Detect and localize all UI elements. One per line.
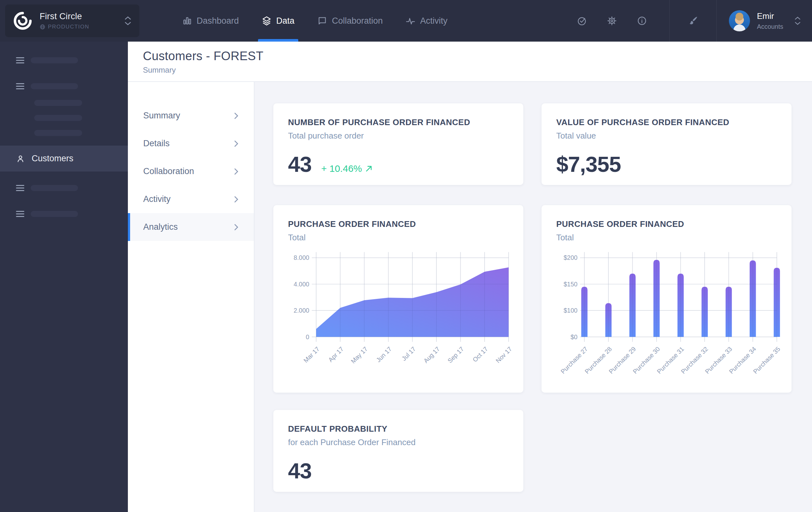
first-circle-logo-icon: [13, 11, 32, 30]
sidebar-item-skeleton[interactable]: [16, 83, 78, 89]
y-axis-tick-label: 0: [306, 333, 310, 341]
subnav-label: Summary: [143, 111, 180, 120]
user-name: Emir: [757, 11, 783, 21]
tab-label: Collaboration: [332, 16, 383, 26]
pulse-icon: [406, 16, 415, 26]
info-icon[interactable]: [637, 16, 647, 26]
user-menu-chevrons: [795, 17, 801, 25]
skeleton-pill: [31, 83, 78, 89]
gear-icon[interactable]: [607, 16, 617, 26]
x-axis-tick-label: Jun 17: [375, 345, 393, 363]
tab-label: Data: [276, 16, 294, 26]
page-title: Customers - FOREST: [143, 49, 812, 63]
arrow-up-right-icon: [365, 165, 373, 172]
sidebar-item-skeleton[interactable]: [16, 211, 78, 217]
chevron-up-icon: [795, 17, 801, 20]
card-title: NUMBER OF PURCHASE ORDER FINANCED: [288, 117, 509, 127]
subnav-label: Activity: [143, 194, 171, 204]
sidebar: Customers: [0, 42, 128, 512]
card-title: VALUE OF PURCHASE ORDER FINANCED: [556, 117, 777, 127]
check-circle-icon[interactable]: [577, 16, 587, 26]
user-menu[interactable]: Emir Accounts: [717, 10, 812, 31]
x-axis-tick-label: Oct 17: [471, 345, 489, 363]
top-bar: First Circle PRODUCTION Dashboard: [0, 0, 812, 42]
skeleton-pill: [31, 57, 78, 63]
area-chart-card: PURCHASE ORDER FINANCED Total 02.0004.00…: [273, 205, 523, 393]
subnav-label: Collaboration: [143, 166, 194, 176]
card-subtitle: Total: [288, 233, 509, 243]
bar-chart-card: PURCHASE ORDER FINANCED Total $0$100$150…: [542, 205, 791, 393]
brush-icon[interactable]: [688, 16, 698, 26]
layers-icon: [262, 16, 271, 26]
org-name: First Circle: [40, 11, 89, 22]
y-axis-tick-label: 2.000: [294, 307, 310, 314]
page-header: Customers - FOREST Summary: [128, 42, 812, 82]
card-subtitle: Total: [556, 233, 777, 243]
page-subtitle: Summary: [143, 65, 812, 75]
chevron-down-icon: [795, 22, 801, 25]
x-axis-tick-label: Mar 17: [302, 345, 321, 364]
skeleton-pill: [31, 211, 78, 217]
y-axis-tick-label: $150: [563, 281, 578, 288]
org-switcher-chevrons[interactable]: [125, 16, 131, 25]
tab-label: Dashboard: [197, 16, 239, 26]
subnav-label: Analytics: [143, 222, 178, 232]
x-axis-tick-label: Aug 17: [422, 345, 441, 364]
subnav-label: Details: [143, 139, 170, 149]
kpi-value: $7,355: [556, 152, 621, 177]
card-subtitle: Total purchase order: [288, 131, 509, 141]
subnav-item-details[interactable]: Details: [128, 130, 254, 157]
area-chart: 02.0004.0008.000Mar 17Apr 17May 17Jun 17…: [288, 250, 509, 373]
person-icon: [16, 154, 25, 163]
y-axis-tick-label: $0: [571, 333, 578, 341]
sidebar-item-skeleton[interactable]: [16, 185, 78, 191]
y-axis-tick-label: $100: [563, 307, 578, 314]
top-nav: Dashboard Data Collaboration Activity: [171, 0, 459, 42]
chevron-right-icon: [234, 196, 238, 203]
x-axis-tick-label: May 17: [349, 345, 369, 365]
subnav-item-analytics[interactable]: Analytics: [128, 213, 254, 241]
sidebar-item-customers[interactable]: Customers: [0, 145, 128, 171]
user-avatar: [729, 10, 750, 31]
org-switcher[interactable]: First Circle PRODUCTION: [5, 4, 139, 37]
card-title: PURCHASE ORDER FINANCED: [288, 219, 509, 229]
chevron-right-icon: [234, 140, 238, 147]
section-nav: Summary Details Collaboration Activity: [128, 82, 255, 512]
chevron-up-icon: [125, 16, 131, 20]
menu-icon: [16, 83, 24, 89]
kpi-delta: + 10.46%: [321, 163, 362, 174]
card-title: DEFAULT PROBABILITY: [288, 424, 509, 434]
app-window: First Circle PRODUCTION Dashboard: [0, 0, 812, 512]
org-environment: PRODUCTION: [48, 24, 89, 30]
skeleton-pill: [31, 185, 78, 191]
y-axis-tick-label: $200: [563, 254, 578, 261]
skeleton-subitem[interactable]: [34, 115, 82, 121]
analytics-content: NUMBER OF PURCHASE ORDER FINANCED Total …: [255, 82, 812, 512]
subnav-item-collaboration[interactable]: Collaboration: [128, 157, 254, 185]
kpi-card-po-count: NUMBER OF PURCHASE ORDER FINANCED Total …: [273, 103, 523, 185]
card-subtitle: for each Purchase Order Financed: [288, 437, 509, 447]
subnav-item-activity[interactable]: Activity: [128, 185, 254, 213]
sidebar-item-skeleton[interactable]: [16, 57, 78, 63]
tab-dashboard[interactable]: Dashboard: [171, 0, 250, 42]
chevron-right-icon: [234, 224, 238, 231]
user-role: Accounts: [757, 23, 783, 30]
menu-icon: [16, 57, 24, 63]
tab-label: Activity: [420, 16, 447, 26]
chevron-down-icon: [125, 22, 131, 25]
bar-chart: $0$100$150$200Purchase 27Purchase 28Purc…: [556, 250, 777, 373]
x-axis-tick-label: Apr 17: [327, 345, 345, 363]
tab-collaboration[interactable]: Collaboration: [306, 0, 394, 42]
kpi-card-default-probability: DEFAULT PROBABILITY for each Purchase Or…: [273, 410, 523, 492]
chevron-right-icon: [234, 112, 238, 119]
tab-data[interactable]: Data: [250, 0, 306, 42]
x-axis-tick-label: Sep 17: [446, 345, 465, 364]
subnav-item-summary[interactable]: Summary: [128, 102, 254, 130]
y-axis-tick-label: 8.000: [294, 254, 310, 261]
kpi-value: 43: [288, 152, 312, 177]
bar-chart-icon: [182, 16, 192, 26]
globe-icon: [40, 24, 46, 30]
skeleton-subitem[interactable]: [34, 130, 82, 136]
skeleton-subitem[interactable]: [34, 100, 82, 106]
tab-activity[interactable]: Activity: [394, 0, 459, 42]
